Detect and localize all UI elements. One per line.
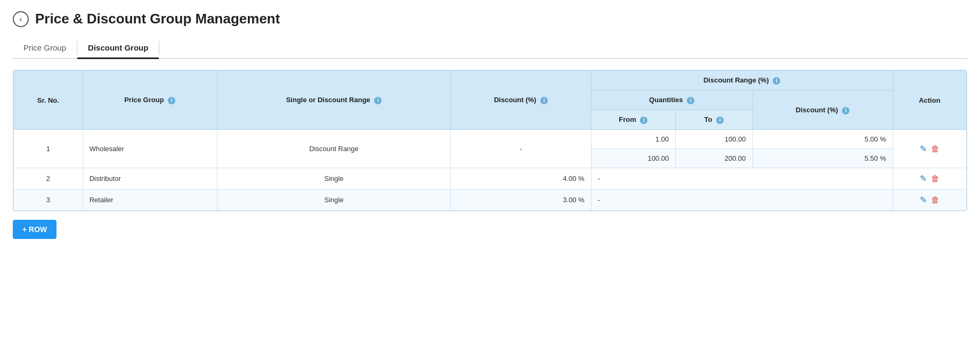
cell-type-3: Single xyxy=(217,189,451,211)
cell-type-2: Single xyxy=(217,168,451,189)
col-price-group: Price Group i xyxy=(83,71,217,130)
discount-range-info-icon[interactable]: i xyxy=(773,77,780,85)
cell-sr-no-2: 2 xyxy=(14,168,83,189)
to-info-icon[interactable]: i xyxy=(716,117,724,124)
cell-action-3: ✎ 🗑 xyxy=(893,189,966,211)
table-row: 2 Distributor Single 4.00 % - ✎ 🗑 xyxy=(14,168,967,189)
cell-discount-2: 4.00 % xyxy=(451,168,591,189)
cell-type-1: Discount Range xyxy=(217,130,451,168)
header-row-1: Sr. No. Price Group i Single or Discount… xyxy=(14,71,967,90)
page-title: Price & Discount Group Management xyxy=(35,11,280,27)
col-to: To i xyxy=(676,110,752,130)
cell-range-dash-3: - xyxy=(591,189,893,211)
col-sr-no: Sr. No. xyxy=(14,71,83,130)
edit-icon-2[interactable]: ✎ xyxy=(920,173,927,184)
tab-separator-2 xyxy=(159,41,159,55)
main-table-container: Sr. No. Price Group i Single or Discount… xyxy=(13,70,967,211)
tab-discount-group[interactable]: Discount Group xyxy=(77,38,159,59)
discount-pct-info-icon[interactable]: i xyxy=(540,97,548,104)
table-row: 1 Wholesaler Discount Range - 1.00 100.0… xyxy=(14,130,967,149)
cell-sr-no-3: 3 xyxy=(14,189,83,211)
table-row: 3 Retailer Single 3.00 % - ✎ 🗑 xyxy=(14,189,967,211)
cell-price-group-2: Distributor xyxy=(83,168,217,189)
edit-icon-3[interactable]: ✎ xyxy=(920,195,927,205)
discount-range-pct-info-icon[interactable]: i xyxy=(842,107,849,114)
cell-to-1a: 100.00 xyxy=(676,130,752,149)
tabs-container: Price Group Discount Group xyxy=(13,38,967,59)
cell-discount-3: 3.00 % xyxy=(451,189,591,211)
single-discount-range-info-icon[interactable]: i xyxy=(374,97,382,104)
cell-range-discount-1a: 5.00 % xyxy=(752,130,893,149)
page-wrapper: ‹ Price & Discount Group Management Pric… xyxy=(0,0,980,250)
cell-action-2: ✎ 🗑 xyxy=(893,168,966,189)
col-from: From i xyxy=(591,110,676,130)
col-discount-range-pct: Discount (%) i xyxy=(752,90,893,130)
edit-icon-1[interactable]: ✎ xyxy=(920,144,927,154)
quantities-info-icon[interactable]: i xyxy=(687,97,694,104)
delete-icon-1[interactable]: 🗑 xyxy=(931,144,939,154)
cell-sr-no-1: 1 xyxy=(14,130,83,168)
cell-action-1: ✎ 🗑 xyxy=(893,130,966,168)
cell-price-group-1: Wholesaler xyxy=(83,130,217,168)
col-single-discount-range: Single or Discount Range i xyxy=(217,71,451,130)
add-row-button[interactable]: + ROW xyxy=(13,220,56,239)
col-action: Action xyxy=(893,71,966,130)
cell-range-discount-1b: 5.50 % xyxy=(752,149,893,168)
col-discount-range-group: Discount Range (%) i xyxy=(591,71,893,90)
back-icon: ‹ xyxy=(19,14,22,24)
col-quantities: Quantities i xyxy=(591,90,752,110)
price-group-info-icon[interactable]: i xyxy=(168,97,175,104)
tab-price-group[interactable]: Price Group xyxy=(13,38,77,59)
back-button[interactable]: ‹ xyxy=(13,11,29,27)
cell-range-dash-2: - xyxy=(591,168,893,189)
delete-icon-3[interactable]: 🗑 xyxy=(931,195,939,205)
cell-to-1b: 200.00 xyxy=(676,149,752,168)
table-body: 1 Wholesaler Discount Range - 1.00 100.0… xyxy=(14,130,967,211)
cell-discount-1: - xyxy=(451,130,591,168)
discount-table: Sr. No. Price Group i Single or Discount… xyxy=(13,70,967,211)
from-info-icon[interactable]: i xyxy=(640,117,647,124)
cell-price-group-3: Retailer xyxy=(83,189,217,211)
header: ‹ Price & Discount Group Management xyxy=(13,11,967,27)
cell-from-1a: 1.00 xyxy=(591,130,676,149)
col-discount-pct: Discount (%) i xyxy=(451,71,591,130)
delete-icon-2[interactable]: 🗑 xyxy=(931,174,939,184)
cell-from-1b: 100.00 xyxy=(591,149,676,168)
